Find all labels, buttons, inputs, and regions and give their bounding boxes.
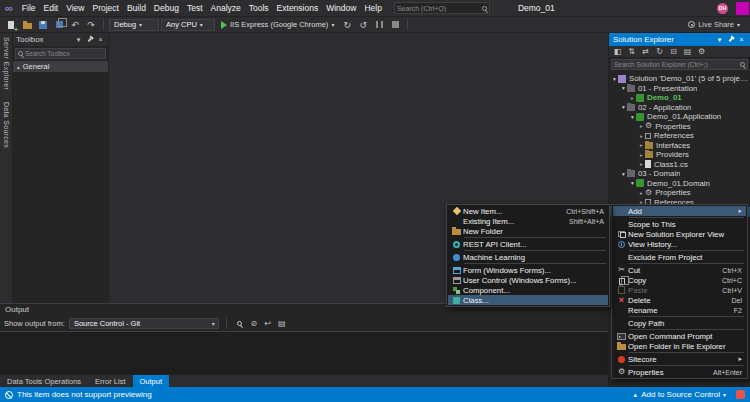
menu-item-rest-api-client[interactable]: REST API Client... [448,239,608,249]
expander-icon[interactable]: ▸ [638,190,645,196]
toolbox-group-general[interactable]: ▴ General [13,61,108,72]
expander-icon[interactable]: ▸ [638,142,645,148]
menu-item-cut[interactable]: ✂CutCtrl+X [613,265,746,275]
menu-item-delete[interactable]: ×DeleteDel [613,295,746,305]
quick-search-input[interactable] [397,5,482,12]
output-source-dropdown[interactable]: Source Control - Git ▾ [69,318,219,329]
menu-item-class[interactable]: Class... [448,295,608,305]
expander-icon[interactable]: ▾ [611,76,618,82]
tree-item-demo-01-domain[interactable]: ▾Demo_01.Domain [609,179,750,189]
find-icon[interactable] [234,317,246,330]
expander-icon[interactable]: ▾ [620,171,627,177]
menu-item-rename[interactable]: RenameF2 [613,305,746,315]
menu-item-new-item[interactable]: New Item...Ctrl+Shift+A [448,206,608,216]
add-to-source-control-button[interactable]: ▲ Add to Source Control ▾ [632,390,726,399]
close-icon[interactable]: × [96,33,105,46]
toolbox-search-box[interactable] [15,48,106,59]
expander-icon[interactable]: ▾ [629,180,636,186]
save-icon[interactable] [36,18,50,31]
restart-icon[interactable]: ↻ [340,18,354,31]
menu-window[interactable]: Window [322,0,360,16]
menu-item-copy-path[interactable]: Copy Path [613,318,746,328]
menu-debug[interactable]: Debug [150,0,183,16]
start-debugging-button[interactable]: IIS Express (Google Chrome) ▾ [217,18,338,32]
menu-build[interactable]: Build [123,0,150,16]
tree-item-interfaces[interactable]: ▸Interfaces [609,141,750,151]
solution-explorer-search-input[interactable] [614,61,738,68]
menu-item-view-history[interactable]: View History... [613,239,746,249]
tree-item-demo-01[interactable]: ▸Demo_01 [609,93,750,103]
menu-edit[interactable]: Edit [40,0,63,16]
expander-icon[interactable]: ▸ [638,152,645,158]
show-all-files-icon[interactable]: ▤ [681,46,694,58]
expander-icon[interactable]: ▸ [638,133,645,139]
menu-item-properties[interactable]: ⚙PropertiesAlt+Enter [613,367,746,377]
menu-project[interactable]: Project [88,0,122,16]
menu-test[interactable]: Test [183,0,207,16]
menu-item-user-control-windows-forms[interactable]: User Control (Windows Forms)... [448,275,608,285]
expander-icon[interactable]: ▸ [629,95,636,101]
menu-item-component[interactable]: Component... [448,285,608,295]
toolbox-search-input[interactable] [25,50,103,57]
menu-file[interactable]: File [18,0,40,16]
panel-tab-data-tools-operations[interactable]: Data Tools Operations [0,375,88,387]
toggle-messages-icon[interactable]: ▤ [276,317,288,330]
menu-extensions[interactable]: Extensions [273,0,323,16]
pin-icon[interactable] [85,37,94,42]
properties-window-icon[interactable]: ⚙ [695,46,708,58]
menu-item-open-command-prompt[interactable]: Open Command Prompt [613,331,746,341]
menu-item-paste[interactable]: PasteCtrl+V [613,285,746,295]
quick-search-box[interactable] [394,2,490,14]
redo-icon[interactable]: ↷ [84,18,98,31]
tree-item-demo-01-application[interactable]: ▾Demo_01.Application [609,112,750,122]
side-tab-server-explorer[interactable]: Server Explorer [3,37,10,90]
menu-item-copy[interactable]: CopyCtrl+C [613,275,746,285]
menu-view[interactable]: View [62,0,88,16]
expander-icon[interactable]: ▾ [620,104,627,110]
tree-item-properties[interactable]: ▸⚙Properties [609,122,750,132]
pin-icon[interactable] [726,37,735,42]
platform-dropdown[interactable]: Any CPU ▾ [161,19,215,31]
expander-icon[interactable]: ▾ [620,85,627,91]
pause-icon[interactable] [372,18,386,31]
clear-all-icon[interactable]: ⊘ [248,317,260,330]
menu-item-scope-to-this[interactable]: Scope to This [613,219,746,229]
stop-icon[interactable] [388,18,402,31]
collapse-all-icon[interactable]: ⊟ [667,46,680,58]
debug-configuration-dropdown[interactable]: Debug ▾ [109,19,159,31]
tree-item-class1-cs[interactable]: ▸Class1.cs [609,160,750,170]
side-tab-data-sources[interactable]: Data Sources [3,102,10,148]
menu-item-sitecore[interactable]: Sitecore▸ [613,354,746,364]
menu-item-existing-item[interactable]: Existing Item...Shift+Alt+A [448,216,608,226]
live-share-button[interactable]: Live Share ▾ [688,20,746,29]
panel-tab-error-list[interactable]: Error List [88,375,132,387]
user-avatar[interactable]: DH [717,3,728,14]
word-wrap-icon[interactable]: ↩ [262,317,274,330]
menu-analyze[interactable]: Analyze [207,0,245,16]
solution-explorer-search-box[interactable] [611,59,748,70]
save-all-icon[interactable] [52,18,66,31]
expander-icon[interactable]: ▸ [638,161,645,167]
tree-item-references[interactable]: ▸References [609,131,750,141]
menu-item-machine-learning[interactable]: Machine Learning [448,252,608,262]
expander-icon[interactable]: ▾ [629,114,636,120]
notification-icon[interactable] [736,390,745,399]
new-file-icon[interactable] [4,18,18,31]
tree-item-02-application[interactable]: ▾02 - Application [609,103,750,113]
tree-item-03-domain[interactable]: ▾03 - Domain [609,169,750,179]
expander-icon[interactable]: ▸ [638,123,645,129]
chevron-down-icon[interactable]: ▾ [715,33,724,46]
menu-item-exclude-from-project[interactable]: Exclude From Project [613,252,746,262]
tree-item-01-presentation[interactable]: ▾01 - Presentation [609,84,750,94]
menu-help[interactable]: Help [360,0,385,16]
refresh-icon[interactable]: ↻ [653,46,666,58]
panel-tab-output[interactable]: Output [133,375,170,387]
menu-item-add[interactable]: Add▸ [613,206,746,216]
pending-changes-icon[interactable]: ⇅ [625,46,638,58]
switch-views-icon[interactable]: ◧ [611,46,624,58]
menu-item-open-folder-in-file-explorer[interactable]: Open Folder in File Explorer [613,341,746,351]
undo-icon[interactable]: ↶ [68,18,82,31]
menu-item-new-solution-explorer-view[interactable]: New Solution Explorer View [613,229,746,239]
search-icon[interactable] [482,6,487,11]
menu-item-form-windows-forms[interactable]: Form (Windows Forms)... [448,265,608,275]
